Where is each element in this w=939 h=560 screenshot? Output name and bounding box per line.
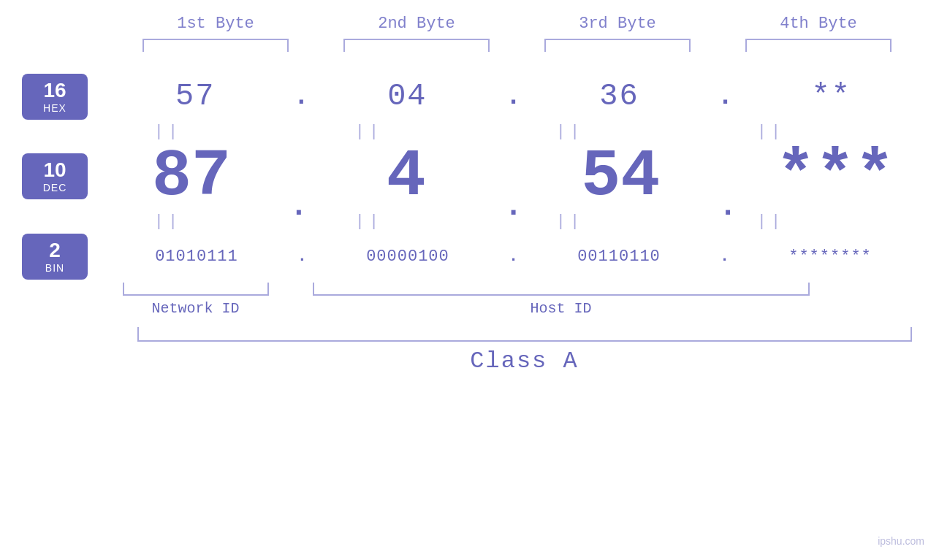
bin-base-num: 2 (49, 239, 61, 262)
class-label: Class A (137, 348, 912, 375)
dec-byte3: 54 (540, 144, 701, 210)
byte1-header: 1st Byte (135, 15, 296, 33)
bracket-byte4 (745, 39, 892, 52)
hex-dot2: . (506, 82, 522, 112)
eq1-b4: || (691, 123, 851, 141)
bin-dot2: . (509, 248, 518, 266)
full-bracket-row (137, 327, 912, 342)
bin-byte4: ******** (750, 248, 911, 266)
host-id-label: Host ID (313, 300, 810, 317)
eq2-b2: || (289, 212, 449, 231)
dec-base-name: DEC (43, 182, 67, 193)
hex-label: 16 HEX (22, 74, 88, 120)
hex-byte4: ** (751, 79, 912, 114)
dec-dot3: . (718, 189, 737, 224)
dec-base-num: 10 (43, 159, 66, 182)
bottom-brackets (123, 283, 927, 296)
dec-byte1: 87 (111, 144, 272, 210)
hex-base-num: 16 (43, 80, 66, 102)
full-bracket (137, 327, 912, 342)
equals-row-1: || || || || (68, 123, 872, 141)
top-brackets (115, 39, 919, 52)
bin-byte2: 00000100 (327, 248, 488, 266)
byte-headers: 1st Byte 2nd Byte 3rd Byte 4th Byte (115, 15, 919, 33)
eq2-b1: || (88, 212, 248, 231)
hex-dot1: . (293, 82, 309, 112)
dec-label: 10 DEC (22, 153, 88, 199)
hex-byte1: 57 (115, 79, 275, 114)
hex-byte3: 36 (539, 79, 700, 114)
bracket-byte1 (142, 39, 289, 52)
dec-row: 10 DEC 87 . 4 . 54 . *** (0, 144, 939, 210)
bin-byte3: 00110110 (539, 248, 699, 266)
eq1-b3: || (490, 123, 650, 141)
class-row: Class A (137, 348, 912, 375)
hex-row: 16 HEX 57 . 04 . 36 . ** (0, 74, 939, 120)
bin-byte1: 01010111 (116, 248, 277, 266)
hex-byte2: 04 (327, 79, 487, 114)
bin-dot3: . (720, 248, 729, 266)
watermark: ipshu.com (878, 535, 924, 547)
bin-base-name: BIN (45, 262, 64, 274)
dec-dot2: . (504, 189, 522, 224)
dec-dot1: . (289, 189, 308, 224)
hex-base-name: HEX (43, 102, 66, 114)
eq2-b4: || (691, 212, 851, 231)
byte3-header: 3rd Byte (537, 15, 698, 33)
bin-dot1: . (297, 248, 307, 266)
byte2-header: 2nd Byte (336, 15, 497, 33)
byte4-header: 4th Byte (738, 15, 899, 33)
bin-values: 01010111 . 00000100 . 00110110 . *******… (88, 248, 939, 266)
equals-row-2: || || || || (68, 212, 872, 231)
bracket-byte3 (544, 39, 691, 52)
host-bracket (313, 283, 810, 296)
eq1-b2: || (289, 123, 449, 141)
id-labels: Network ID Host ID (123, 300, 927, 317)
main-container: 1st Byte 2nd Byte 3rd Byte 4th Byte 16 H… (0, 0, 939, 560)
bin-row: 2 BIN 01010111 . 00000100 . 00110110 . *… (0, 234, 939, 280)
hex-dot3: . (718, 82, 734, 112)
bracket-byte2 (343, 39, 490, 52)
eq1-b1: || (88, 123, 248, 141)
dec-byte2: 4 (326, 144, 487, 210)
net-bracket (123, 283, 269, 296)
network-id-label: Network ID (123, 300, 269, 317)
hex-values: 57 . 04 . 36 . ** (88, 79, 939, 114)
dec-values: 87 . 4 . 54 . *** (88, 144, 939, 210)
dec-byte4: *** (755, 144, 916, 210)
bin-label: 2 BIN (22, 234, 88, 280)
